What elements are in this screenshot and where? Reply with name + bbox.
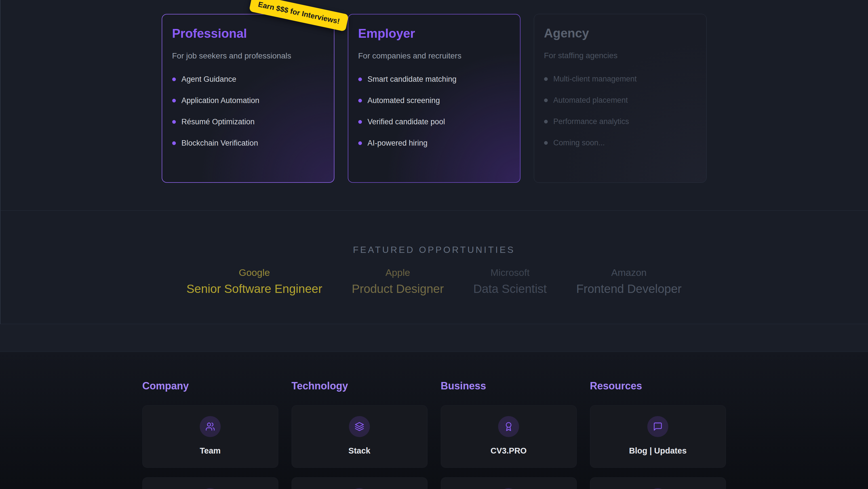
bullet-dot-icon [172,78,176,81]
footer-card-team[interactable]: Team [143,405,278,468]
feature-label: AI-powered hiring [368,139,428,148]
icon-badge [349,416,370,437]
footer-card-cv3pro[interactable]: CV3.PRO [441,405,577,468]
featured-item-amazon[interactable]: Amazon Frontend Developer [577,267,682,296]
layers-icon [354,422,364,431]
bullet-dot-icon [358,99,362,103]
landing-page: Earn $$$ for Interviews! Professional Fo… [0,0,868,489]
plan-title-employer: Employer [358,27,510,40]
message-icon [653,422,663,431]
section-divider-band [0,324,868,352]
footer-card-stack[interactable]: Stack [291,405,428,468]
featured-company: Amazon [577,267,682,278]
bullet-dot-icon [358,78,362,81]
icon-badge [647,416,668,437]
plan-description: For staffing agencies [544,51,696,60]
bullet-dot-icon [544,98,548,102]
footer-card-blog[interactable]: Blog | Updates [590,405,726,468]
plan-feature-list: Agent Guidance Application Automation Ré… [172,75,324,148]
feature-label: Coming soon... [553,139,605,147]
plans-section: Earn $$$ for Interviews! Professional Fo… [0,0,868,210]
feature-label: Smart candidate matching [368,75,457,84]
feature-label: Automated placement [553,96,628,105]
icon-badge [200,488,221,489]
plan-description: For job seekers and professionals [172,51,324,61]
featured-role: Frontend Developer [577,282,682,296]
footer-card-partial[interactable] [590,477,726,489]
featured-company: Apple [352,267,444,278]
award-icon [504,422,514,431]
feature-item: Automated placement [544,96,696,105]
footer: Company Team Technology [0,352,868,489]
icon-badge [647,488,668,489]
footer-heading-business: Business [441,380,577,392]
bullet-dot-icon [172,141,176,145]
feature-item: Performance analytics [544,117,696,126]
featured-item-microsoft[interactable]: Microsoft Data Scientist [473,267,547,296]
footer-card-label: Stack [348,446,370,456]
bullet-dot-icon [172,120,176,124]
featured-item-google[interactable]: Google Senior Software Engineer [186,267,322,296]
feature-item: Automated screening [358,96,510,105]
plan-description: For companies and recruiters [358,51,510,61]
plan-title-professional: Professional [172,27,324,40]
users-icon [205,422,215,431]
footer-heading-resources: Resources [590,380,726,392]
bullet-dot-icon [544,77,548,81]
footer-column-resources: Resources Blog | Updates [590,380,726,489]
feature-item: Multi-client management [544,75,696,83]
feature-label: Automated screening [368,96,440,105]
featured-opportunities-section: FEATURED OPPORTUNITIES Google Senior Sof… [0,210,868,324]
icon-badge [200,416,221,437]
plan-title-agency: Agency [544,26,696,40]
feature-label: Résumé Optimization [182,117,255,126]
feature-item: Coming soon... [544,139,696,147]
featured-carousel: Google Senior Software Engineer Apple Pr… [0,267,868,296]
icon-badge [498,488,519,489]
plan-card-professional[interactable]: Earn $$$ for Interviews! Professional Fo… [162,14,335,183]
featured-role: Data Scientist [473,282,547,296]
featured-heading: FEATURED OPPORTUNITIES [0,210,868,255]
featured-company: Google [186,267,322,278]
feature-item: Verified candidate pool [358,117,510,126]
bullet-dot-icon [358,120,362,124]
feature-item: Blockchain Verification [172,139,324,148]
featured-role: Senior Software Engineer [186,282,322,296]
feature-item: Agent Guidance [172,75,324,84]
feature-item: AI-powered hiring [358,139,510,148]
feature-label: Application Automation [182,96,259,105]
footer-card-partial[interactable] [441,477,577,489]
footer-card-label: Blog | Updates [629,446,686,456]
footer-column-business: Business CV3.PRO [441,380,577,489]
featured-item-apple[interactable]: Apple Product Designer [352,267,444,296]
featured-role: Product Designer [352,282,444,296]
bullet-dot-icon [358,141,362,145]
feature-item: Smart candidate matching [358,75,510,84]
icon-badge [349,488,370,489]
feature-item: Résumé Optimization [172,117,324,126]
bullet-dot-icon [544,141,548,145]
feature-label: Performance analytics [553,117,629,126]
footer-card-partial[interactable] [143,477,278,489]
feature-label: Blockchain Verification [182,139,258,148]
feature-label: Multi-client management [553,75,637,83]
footer-heading-technology: Technology [291,380,428,392]
featured-company: Microsoft [473,267,547,278]
footer-heading-company: Company [143,380,278,392]
plan-feature-list: Smart candidate matching Automated scree… [358,75,510,148]
plan-card-agency[interactable]: Agency For staffing agencies Multi-clien… [534,14,707,183]
plan-card-employer[interactable]: Employer For companies and recruiters Sm… [348,14,521,183]
bullet-dot-icon [172,99,176,103]
plan-feature-list: Multi-client management Automated placem… [544,75,696,147]
footer-card-label: CV3.PRO [491,446,526,456]
feature-item: Application Automation [172,96,324,105]
footer-column-technology: Technology Stack [291,380,428,489]
footer-card-label: Team [200,446,221,456]
footer-column-company: Company Team [143,380,278,489]
feature-label: Agent Guidance [182,75,237,84]
plans-row: Earn $$$ for Interviews! Professional Fo… [0,0,868,183]
footer-grid: Company Team Technology [143,380,726,489]
icon-badge [498,416,519,437]
feature-label: Verified candidate pool [368,117,445,126]
footer-card-partial[interactable] [291,477,428,489]
